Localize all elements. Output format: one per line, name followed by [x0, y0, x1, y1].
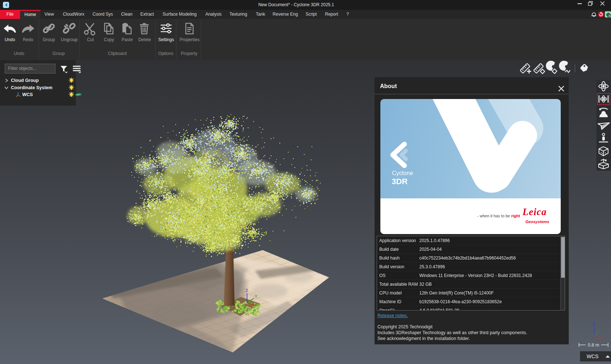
svg-text:Z: Z — [592, 321, 595, 327]
svg-text:0.8 m: 0.8 m — [588, 343, 599, 348]
svg-text:Y: Y — [255, 294, 258, 298]
svg-text:Z: Z — [246, 288, 248, 293]
